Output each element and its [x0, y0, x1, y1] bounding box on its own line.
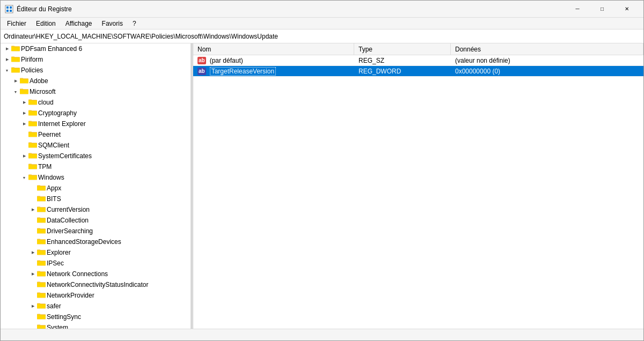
tree-item-networkconnectivitystatusindicator[interactable]: NetworkConnectivityStatusIndicator [1, 279, 191, 290]
svg-rect-43 [28, 175, 37, 180]
tree-item-driversearching[interactable]: DriverSearching [1, 226, 191, 236]
tree-label-policies: Policies [21, 66, 43, 74]
tree-toggle-cryptography[interactable]: ▶ [20, 109, 28, 117]
tree-item-tpm[interactable]: TPM [1, 161, 191, 172]
tree-item-datacollection[interactable]: DataCollection [1, 215, 191, 226]
tree-item-microsoft[interactable]: ▼ Microsoft [1, 86, 191, 97]
tree-item-pdffsam[interactable]: ▶ PDFsam Enhanced 6 [1, 43, 191, 54]
folder-icon-tpm [28, 162, 38, 172]
tree-label-microsoft: Microsoft [30, 88, 56, 95]
folder-icon-datacollection [37, 216, 47, 225]
detail-cell-name-targetreleaseversion: abTargetReleaseVersion [193, 66, 354, 76]
detail-cell-data-targetreleaseversion: 0x00000000 (0) [451, 67, 643, 76]
tree-item-windows[interactable]: ▼ Windows [1, 172, 191, 183]
name-text-targetreleaseversion: TargetReleaseVersion [210, 67, 276, 76]
tree-item-networkprovider[interactable]: NetworkProvider [1, 290, 191, 301]
detail-row-default[interactable]: ab(par défaut)REG_SZ(valeur non définie) [193, 55, 643, 66]
tree-item-systemcertificates[interactable]: ▶ SystemCertificates [1, 151, 191, 161]
folder-icon-systemcertificates [28, 152, 38, 161]
tree-toggle-networkconnections[interactable]: ▶ [28, 270, 37, 278]
tree-label-tpm: TPM [38, 163, 52, 171]
menu-affichage[interactable]: Affichage [61, 19, 97, 28]
svg-rect-1 [6, 6, 9, 9]
svg-rect-3 [6, 10, 9, 12]
svg-rect-49 [37, 197, 46, 201]
svg-rect-40 [28, 165, 37, 169]
svg-rect-58 [37, 229, 46, 233]
tree-toggle-policies[interactable]: ▼ [3, 66, 11, 75]
tree-label-peernet: Peernet [38, 131, 61, 138]
tree-label-datacollection: DataCollection [47, 217, 89, 224]
tree-toggle-currentversion[interactable]: ▶ [28, 205, 37, 214]
menu-favoris[interactable]: Favoris [98, 19, 127, 28]
tree-label-safer: safer [47, 302, 61, 310]
tree-label-internet_explorer: Internet Explorer [38, 120, 86, 128]
tree-toggle-systemcertificates[interactable]: ▶ [20, 152, 28, 160]
tree-toggle-internet_explorer[interactable]: ▶ [20, 120, 28, 128]
tree-item-safer[interactable]: ▶ safer [1, 301, 191, 312]
tree-toggle-piriform[interactable]: ▶ [3, 55, 11, 64]
tree-item-sqmclient[interactable]: SQMClient [1, 140, 191, 151]
tree-toggle-adobe[interactable]: ▶ [11, 77, 20, 85]
tree-toggle-safer[interactable]: ▶ [28, 302, 37, 310]
tree-label-cryptography: Cryptography [38, 109, 77, 117]
tree-item-networkconnections[interactable]: ▶ Network Connections [1, 269, 191, 279]
tree-toggle-windows[interactable]: ▼ [20, 173, 28, 182]
tree-label-pdffsam: PDFsam Enhanced 6 [21, 45, 82, 53]
tree-item-policies[interactable]: ▼ Policies [1, 65, 191, 76]
folder-icon-enhancedstoragedevices [37, 238, 47, 247]
svg-rect-10 [11, 57, 20, 62]
tree-item-peernet[interactable]: Peernet [1, 129, 191, 140]
tree-label-piriform: Piriform [21, 56, 43, 63]
tree-item-bits[interactable]: BITS [1, 194, 191, 204]
tree-toggle-pdffsam[interactable]: ▶ [3, 45, 11, 53]
tree-pane[interactable]: ▶ PDFsam Enhanced 6▶ Piriform▼ Policies▶… [1, 43, 191, 329]
title-bar-left: Éditeur du Registre [5, 5, 72, 13]
folder-icon-ipsec [37, 259, 47, 268]
folder-icon-networkconnections [37, 270, 47, 279]
tree-item-explorer[interactable]: ▶ Explorer [1, 247, 191, 258]
folder-icon-currentversion [37, 205, 47, 214]
svg-rect-2 [10, 6, 12, 9]
tree-item-adobe[interactable]: ▶ Adobe [1, 76, 191, 86]
tree-toggle-explorer[interactable]: ▶ [28, 248, 37, 257]
col-header-name: Nom [193, 43, 354, 55]
tree-item-appx[interactable]: Appx [1, 183, 191, 194]
main-content: ▶ PDFsam Enhanced 6▶ Piriform▼ Policies▶… [1, 43, 643, 329]
tree-item-system[interactable]: System [1, 322, 191, 329]
svg-rect-37 [28, 154, 37, 158]
folder-icon-explorer [37, 248, 47, 257]
menu-help[interactable]: ? [128, 19, 141, 28]
folder-icon-bits [37, 195, 47, 204]
folder-icon-adobe [20, 77, 30, 86]
tree-item-enhancedstoragedevices[interactable]: EnhancedStorageDevices [1, 236, 191, 247]
detail-rows: ab(par défaut)REG_SZ(valeur non définie)… [193, 55, 643, 77]
detail-row-targetreleaseversion[interactable]: abTargetReleaseVersionREG_DWORD0x0000000… [193, 66, 643, 77]
tree-toggle-microsoft[interactable]: ▼ [11, 87, 20, 96]
tree-item-piriform[interactable]: ▶ Piriform [1, 54, 191, 65]
tree-toggle-cloud[interactable]: ▶ [20, 98, 28, 107]
maximize-button[interactable]: □ [590, 1, 614, 18]
tree-label-adobe: Adobe [30, 77, 48, 85]
tree-container: ▶ PDFsam Enhanced 6▶ Piriform▼ Policies▶… [1, 43, 191, 329]
folder-icon-networkprovider [37, 291, 47, 300]
svg-rect-46 [37, 186, 46, 190]
tree-label-networkprovider: NetworkProvider [47, 292, 94, 299]
tree-label-sqmclient: SQMClient [38, 142, 69, 149]
tree-item-cryptography[interactable]: ▶ Cryptography [1, 108, 191, 118]
folder-icon-cloud [28, 98, 38, 107]
svg-rect-22 [28, 100, 37, 105]
svg-rect-7 [11, 47, 20, 51]
status-bar [1, 329, 643, 340]
menu-edition[interactable]: Edition [32, 19, 60, 28]
tree-label-bits: BITS [47, 195, 61, 203]
close-button[interactable]: ✕ [614, 1, 639, 18]
tree-item-settingsync[interactable]: SettingSync [1, 312, 191, 322]
tree-item-cloud[interactable]: ▶ cloud [1, 97, 191, 108]
tree-item-internet_explorer[interactable]: ▶ Internet Explorer [1, 118, 191, 129]
tree-item-currentversion[interactable]: ▶ CurrentVersion [1, 204, 191, 215]
tree-item-ipsec[interactable]: IPSec [1, 258, 191, 269]
svg-rect-28 [28, 122, 37, 126]
minimize-button[interactable]: ─ [565, 1, 590, 18]
menu-fichier[interactable]: Fichier [3, 19, 31, 28]
